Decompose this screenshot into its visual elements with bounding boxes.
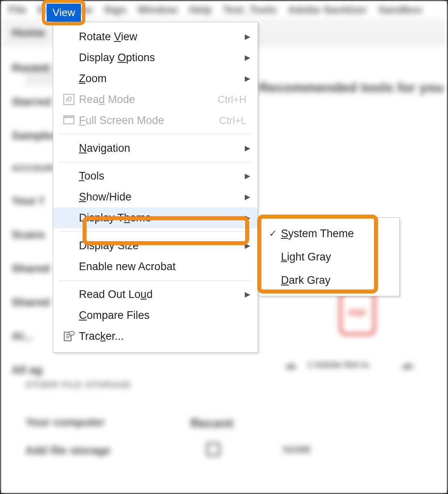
menu-navigation[interactable]: Navigation ▶ bbox=[53, 138, 258, 159]
menu-label: Read Mode bbox=[79, 93, 217, 106]
menu-display-size[interactable]: Display Size ▶ bbox=[53, 235, 258, 256]
checkbox-blur bbox=[206, 442, 220, 456]
sidebar-item-blur: Add file storage bbox=[25, 444, 111, 457]
menubar-item: Help bbox=[189, 4, 211, 16]
menu-label: Display Theme bbox=[79, 212, 250, 224]
menu-label: Tracker... bbox=[79, 330, 250, 343]
svg-point-4 bbox=[69, 331, 74, 335]
sidebar-item-blur: All ag bbox=[12, 364, 165, 376]
menu-label: Navigation bbox=[79, 142, 250, 155]
menu-tools[interactable]: Tools ▶ bbox=[53, 165, 258, 186]
menu-label: Enable new Acrobat bbox=[79, 260, 250, 273]
app-frame: File Edit View Sign Window Help Test_Too… bbox=[0, 0, 448, 494]
view-menu: Rotate View ▶ Display Options ▶ Zoom ▶ R… bbox=[53, 22, 258, 353]
menu-label: Read Out Loud bbox=[79, 288, 250, 301]
menu-shortcut: Ctrl+H bbox=[217, 94, 246, 105]
submenu-label: System Theme bbox=[281, 227, 391, 240]
theme-light-gray[interactable]: Light Gray bbox=[259, 245, 399, 269]
menu-display-theme[interactable]: Display Theme ▶ bbox=[53, 207, 258, 228]
pdf-thumbnail-blur: PDF bbox=[339, 291, 376, 335]
menu-read-out-loud[interactable]: Read Out Loud ▶ bbox=[53, 284, 258, 305]
sidebar-item-blur: Your computer bbox=[25, 416, 105, 429]
theme-dark-gray[interactable]: Dark Gray bbox=[259, 269, 399, 292]
submenu-arrow-icon: ▶ bbox=[245, 74, 250, 83]
checkmark-icon: ✓ bbox=[265, 228, 281, 239]
menu-label: Rotate View bbox=[79, 31, 250, 43]
menubar-item: Test_Tools bbox=[223, 4, 277, 16]
recommended-heading-blur: Recommended tools for you bbox=[259, 80, 444, 95]
menu-label: Zoom bbox=[79, 72, 250, 85]
tab-item: Home bbox=[12, 26, 45, 39]
submenu-arrow-icon: ▶ bbox=[245, 53, 250, 62]
submenu-label: Light Gray bbox=[281, 251, 391, 263]
sidebar-category-blur: OTHER FILE STORAGE bbox=[25, 380, 131, 390]
section-heading-blur: Recent bbox=[190, 416, 233, 431]
file-name-blur: 1 Adobe Not w. bbox=[307, 360, 370, 370]
menu-enable-new-acrobat[interactable]: Enable new Acrobat bbox=[53, 256, 258, 277]
menubar-item: Window bbox=[138, 4, 178, 16]
submenu-arrow-icon: ▶ bbox=[245, 192, 250, 201]
cloud-icon: ☁ bbox=[400, 356, 414, 372]
submenu-arrow-icon: ▶ bbox=[245, 213, 250, 222]
menu-label: Compare Files bbox=[79, 309, 250, 322]
menu-separator bbox=[59, 231, 252, 232]
menu-rotate-view[interactable]: Rotate View ▶ bbox=[53, 26, 258, 47]
menubar-item: Adobe Sanitizer bbox=[288, 4, 367, 16]
annotation-highlight-view bbox=[42, 0, 85, 25]
full-screen-icon bbox=[59, 114, 79, 127]
menubar-item: File bbox=[8, 4, 27, 16]
submenu-arrow-icon: ▶ bbox=[245, 172, 250, 180]
menu-show-hide[interactable]: Show/Hide ▶ bbox=[53, 186, 258, 207]
menu-shortcut: Ctrl+L bbox=[219, 115, 246, 126]
menubar-item: Sandbox bbox=[378, 4, 423, 16]
menu-zoom[interactable]: Zoom ▶ bbox=[53, 68, 258, 89]
menu-separator bbox=[59, 280, 252, 281]
submenu-label: Dark Gray bbox=[281, 274, 391, 287]
menu-label: Display Options bbox=[79, 52, 250, 64]
submenu-arrow-icon: ▶ bbox=[245, 241, 250, 250]
menu-compare-files[interactable]: Compare Files bbox=[53, 305, 258, 326]
column-header-blur: NAME bbox=[283, 444, 312, 455]
menu-display-options[interactable]: Display Options ▶ bbox=[53, 47, 258, 68]
menubar-item: Sign bbox=[104, 4, 126, 16]
menu-separator bbox=[59, 134, 252, 134]
display-theme-submenu: ✓ System Theme Light Gray Dark Gray bbox=[259, 217, 400, 296]
menu-label: Tools bbox=[79, 170, 250, 182]
menu-tracker[interactable]: Tracker... bbox=[53, 326, 258, 347]
submenu-arrow-icon: ▶ bbox=[245, 32, 250, 41]
menu-label: Full Screen Mode bbox=[79, 114, 219, 127]
submenu-arrow-icon: ▶ bbox=[245, 144, 250, 153]
menu-label: Display Size bbox=[79, 240, 250, 252]
menu-label: Show/Hide bbox=[79, 191, 250, 203]
menu-full-screen: Full Screen Mode Ctrl+L bbox=[53, 110, 258, 131]
menu-read-mode: Read Mode Ctrl+H bbox=[53, 89, 258, 110]
tracker-icon bbox=[59, 329, 79, 343]
read-mode-icon bbox=[59, 93, 79, 106]
svg-rect-2 bbox=[64, 116, 74, 118]
submenu-arrow-icon: ▶ bbox=[245, 290, 250, 299]
cloud-icon: ☁ bbox=[283, 356, 297, 372]
theme-system[interactable]: ✓ System Theme bbox=[259, 222, 399, 245]
menu-separator bbox=[59, 162, 252, 162]
